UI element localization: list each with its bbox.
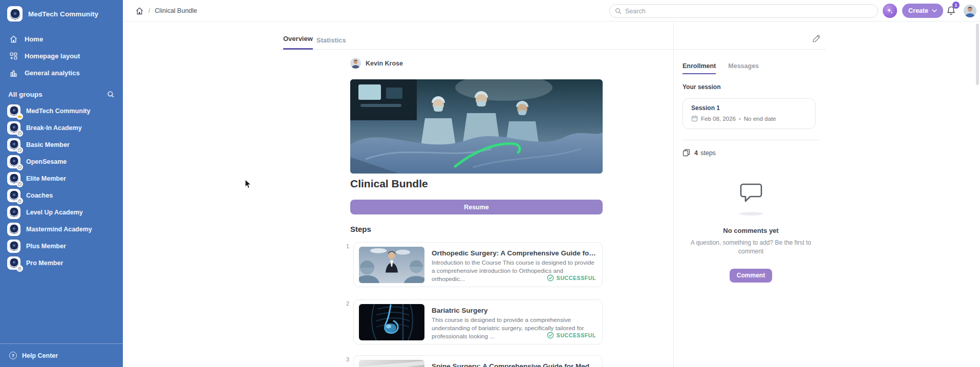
breadcrumb-current[interactable]: Clinical Bundle — [155, 7, 197, 14]
session-heading: Your session — [683, 83, 720, 91]
course-title: Clinical Bundle — [350, 178, 428, 190]
sidebar-item-general-analytics[interactable]: General analytics — [0, 64, 123, 81]
sidebar-item-home[interactable]: Home — [0, 31, 123, 48]
step-number: 1 — [346, 243, 349, 249]
sidebar: MedTech Community Home Homepage layout G… — [0, 0, 123, 367]
tab-overview[interactable]: Overview — [283, 35, 313, 50]
sidebar-group-mastermind-academy[interactable]: Mastermind Academy — [0, 221, 123, 238]
author-name: Kevin Krose — [366, 60, 403, 67]
panel-divider — [673, 21, 674, 367]
layout-icon — [9, 52, 18, 60]
steps-count: 4 steps — [683, 149, 716, 157]
calendar-icon — [691, 115, 698, 122]
clock-badge-icon — [16, 181, 23, 187]
session-dot: • — [739, 116, 741, 122]
nav-label: General analytics — [25, 69, 80, 77]
help-center-link[interactable]: ? Help Center — [0, 343, 123, 367]
group-avatar — [7, 223, 20, 236]
main-content: Overview Statistics Kevin Krose — [279, 21, 826, 367]
breadcrumb-home-icon[interactable] — [135, 7, 144, 15]
sidebar-group-level-up-academy[interactable]: Level Up Academy — [0, 204, 123, 221]
course-cover-image — [350, 79, 603, 174]
group-avatar — [7, 121, 20, 135]
no-comments-subtitle: A question, something to add? Be the fir… — [683, 239, 819, 256]
step-status-label: SUCCESSFUL — [557, 275, 596, 281]
group-avatar — [7, 172, 20, 185]
crown-badge-icon — [16, 113, 23, 120]
notifications-button[interactable]: 1 — [946, 6, 957, 17]
steps-icon — [683, 149, 690, 157]
topbar: / Clinical Bundle Create 1 — [123, 0, 980, 21]
scrollbar-thumb[interactable] — [976, 24, 979, 85]
sidebar-group-plus-member[interactable]: Plus Member — [0, 238, 123, 254]
step-card-orthopedic-surgery[interactable]: 1 — [353, 242, 603, 287]
clock-badge-icon — [16, 164, 23, 170]
step-title: Spine Surgery: A Comprehensive Guide for… — [432, 362, 596, 367]
step-card-body: Bariatric Surgery This course is designe… — [432, 304, 597, 340]
workspace-brand[interactable]: MedTech Community — [0, 0, 123, 27]
step-title: Orthopedic Surgery: A Comprehensive Guid… — [432, 249, 596, 257]
page-scrollbar[interactable] — [976, 24, 979, 365]
search-icon — [615, 8, 622, 14]
lock-badge-icon — [16, 198, 23, 204]
help-label: Help Center — [22, 352, 58, 359]
search-input[interactable] — [625, 8, 872, 15]
clock-badge-icon — [16, 147, 23, 154]
comment-button[interactable]: Comment — [730, 269, 772, 283]
right-panel: Enrollment Messages Your session Session… — [683, 21, 819, 367]
resume-button[interactable]: Resume — [350, 200, 603, 214]
breadcrumb-separator: / — [148, 7, 150, 14]
tab-messages[interactable]: Messages — [728, 62, 759, 74]
workspace-name: MedTech Community — [28, 10, 98, 18]
group-avatar — [7, 240, 20, 253]
step-status-label: SUCCESSFUL — [557, 332, 596, 338]
chevron-down-icon — [932, 9, 937, 12]
user-avatar[interactable] — [964, 5, 976, 17]
app: MedTech Community Home Homepage layout G… — [0, 0, 980, 367]
global-search — [609, 4, 878, 18]
tab-enrollment[interactable]: Enrollment — [683, 62, 716, 74]
step-card-bariatric-surgery[interactable]: 2 Bariatric Surgery This — [353, 299, 603, 344]
session-card[interactable]: Session 1 Feb 08, 2026 • No end date — [683, 98, 816, 129]
step-number: 3 — [346, 356, 349, 362]
mouse-cursor — [245, 179, 251, 189]
step-card-body: Spine Surgery: A Comprehensive Guide for… — [432, 360, 597, 367]
sparkle-icon — [886, 7, 893, 14]
sidebar-group-basic-member[interactable]: Basic Member — [0, 136, 123, 153]
sidebar-group-opensesame[interactable]: OpenSesame — [0, 153, 123, 170]
sidebar-item-homepage-layout[interactable]: Homepage layout — [0, 48, 123, 64]
groups-header: All groups — [0, 81, 123, 102]
nav-label: Home — [25, 35, 43, 43]
breadcrumb: / Clinical Bundle — [135, 0, 197, 21]
help-icon: ? — [9, 352, 17, 359]
step-card-spine-surgery[interactable]: 3 Spine Surgery: A Comprehensive Guide f… — [353, 355, 603, 367]
step-status: SUCCESSFUL — [547, 332, 596, 339]
panel-tabs: Enrollment Messages — [683, 62, 759, 74]
groups-search-icon[interactable] — [107, 91, 115, 98]
session-dates: Feb 08, 2026 • No end date — [691, 115, 807, 122]
sidebar-group-elite-member[interactable]: Elite Member — [0, 170, 123, 187]
session-start-date: Feb 08, 2026 — [701, 116, 736, 122]
groups-list: MedTech Community Break-In Academy Basic… — [0, 102, 123, 343]
nav-label: Homepage layout — [25, 52, 80, 60]
sidebar-nav: Home Homepage layout General analytics — [0, 31, 123, 81]
sidebar-group-coaches[interactable]: Coaches — [0, 187, 123, 204]
sidebar-group-break-in-academy[interactable]: Break-In Academy — [0, 119, 123, 136]
step-status: SUCCESSFUL — [547, 274, 596, 282]
notification-count-badge: 1 — [952, 2, 960, 9]
session-title: Session 1 — [691, 104, 807, 112]
group-avatar — [7, 206, 20, 219]
sidebar-group-medtech-community[interactable]: MedTech Community — [0, 102, 123, 119]
course-author[interactable]: Kevin Krose — [350, 58, 403, 69]
tab-statistics[interactable]: Statistics — [316, 36, 346, 50]
no-comments-title: No comments yet — [683, 227, 819, 234]
ai-assistant-button[interactable] — [883, 4, 897, 18]
lock-badge-icon — [16, 265, 23, 272]
group-avatar — [7, 155, 20, 168]
author-avatar — [350, 58, 361, 69]
analytics-icon — [9, 69, 18, 77]
sidebar-group-pro-member[interactable]: Pro Member — [0, 254, 123, 271]
step-title: Bariatric Surgery — [432, 307, 596, 314]
group-avatar — [7, 104, 20, 118]
create-button[interactable]: Create — [902, 4, 943, 18]
